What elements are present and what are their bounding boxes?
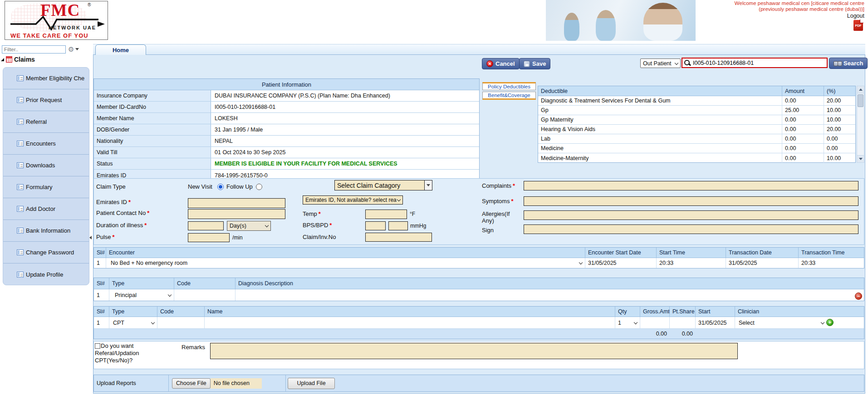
scroll-up-button[interactable] bbox=[857, 86, 864, 93]
save-button[interactable]: Save bbox=[519, 58, 550, 69]
tab-policy-deductibles[interactable]: Policy Deductibles bbox=[482, 82, 536, 90]
upload-reports-label: Upload Reports bbox=[97, 380, 136, 386]
emirates-id-field[interactable] bbox=[188, 198, 285, 208]
sidebar-item-downloads[interactable]: Downloads bbox=[3, 155, 89, 176]
table-row: Insurance CompanyDUBAI INSURANCE COMPANY… bbox=[94, 90, 479, 102]
tab-strip bbox=[93, 44, 865, 55]
cpt-type-select[interactable]: CPT bbox=[112, 320, 154, 326]
symptoms-label: Symptoms* bbox=[482, 198, 513, 205]
welcome-line-2: (previously peshawar medical centre (dub… bbox=[674, 6, 864, 12]
choose-file-button[interactable]: Choose File bbox=[172, 378, 211, 389]
claim-inv-field[interactable] bbox=[365, 233, 432, 242]
chevron-down-icon bbox=[634, 320, 638, 324]
follow-up-radio[interactable] bbox=[256, 184, 262, 190]
table-row: DOB/Gender31 Jan 1995 / Male bbox=[94, 124, 479, 136]
sidebar-item-formulary[interactable]: Formulary bbox=[3, 176, 89, 198]
sidebar-root-label: Claims bbox=[14, 56, 35, 63]
pulse-label: Pulse* bbox=[96, 234, 115, 240]
referral-updation-option: Do you want Referal/Updation CPT(Yes/No)… bbox=[95, 342, 150, 364]
transaction-time: 20:33 bbox=[799, 258, 864, 268]
remarks-textarea[interactable] bbox=[210, 343, 738, 359]
sign-field[interactable] bbox=[524, 224, 858, 234]
table-row: 1 Principal bbox=[94, 289, 864, 301]
sidebar-filter-input[interactable] bbox=[2, 45, 66, 54]
cpt-qty-select[interactable]: 1 bbox=[618, 320, 637, 326]
deductible-scrollbar[interactable] bbox=[857, 86, 864, 163]
sidebar-item-member-eligibility[interactable]: Member Eligibility Che bbox=[3, 68, 89, 89]
patient-info-title: Patient Information bbox=[94, 79, 479, 90]
table-row: StatusMEMBER IS ELIGIBLE IN YOUR FACILIT… bbox=[94, 158, 479, 170]
document-icon bbox=[17, 249, 24, 255]
emirates-id-reason-select[interactable]: Emirates ID, Not available? select rea bbox=[303, 195, 403, 205]
sidebar-item-prior-request[interactable]: Prior Request bbox=[3, 89, 89, 111]
page: FMC ® NETWORK UAE WE TAKE CARE OF YOU We… bbox=[0, 0, 868, 395]
referral-checkbox[interactable] bbox=[95, 343, 100, 349]
bps-field[interactable] bbox=[365, 221, 386, 230]
binoculars-icon bbox=[834, 61, 841, 66]
cpt-ptshare-cell[interactable] bbox=[670, 317, 696, 328]
bpd-field[interactable] bbox=[388, 221, 408, 230]
claim-category-select[interactable]: Select Claim Catagory bbox=[334, 180, 432, 190]
sidebar-root-claims[interactable]: Claims bbox=[1, 55, 35, 63]
claim-inv-label: Claim/Inv.No bbox=[303, 234, 336, 240]
complaints-field[interactable] bbox=[524, 181, 858, 190]
chevron-down-icon bbox=[675, 61, 678, 64]
sidebar-item-update-profile[interactable]: Update Profile bbox=[3, 263, 89, 285]
patient-type-select[interactable]: Out Patient bbox=[640, 59, 681, 68]
encounter-table: Sl# Encounter Encounter Start Date Start… bbox=[93, 247, 864, 268]
encounter-select[interactable]: No Bed + No emergency room bbox=[109, 260, 582, 266]
table-row: Lab0.000.00 bbox=[538, 134, 855, 144]
fmc-logo: FMC ® NETWORK UAE WE TAKE CARE OF YOU bbox=[5, 1, 108, 40]
pulse-field[interactable] bbox=[188, 233, 230, 242]
sidebar-settings-button[interactable]: ⚙ bbox=[68, 45, 86, 54]
table-row: Gp25.0010.00 bbox=[538, 106, 855, 115]
search-button[interactable]: Search bbox=[829, 58, 868, 69]
document-icon bbox=[17, 206, 24, 212]
table-row: Member ID-CardNoI005-010-120916688-01 bbox=[94, 102, 479, 113]
follow-up-label: Follow Up bbox=[226, 183, 253, 190]
duration-field[interactable] bbox=[188, 221, 224, 230]
duration-unit-select[interactable]: Day(s) bbox=[227, 221, 271, 231]
sidebar-item-encounters[interactable]: Encounters bbox=[3, 133, 89, 155]
document-icon bbox=[17, 75, 24, 81]
temp-field[interactable] bbox=[365, 210, 407, 219]
member-search-input[interactable] bbox=[692, 59, 825, 67]
chevron-down-icon bbox=[75, 48, 79, 50]
allergies-field[interactable] bbox=[524, 210, 858, 220]
patient-contact-field[interactable] bbox=[188, 209, 285, 219]
table-row: Valid Till01 Oct 2024 to 30 Sep 2025 bbox=[94, 147, 479, 158]
document-icon bbox=[17, 141, 24, 146]
symptoms-field[interactable] bbox=[524, 196, 858, 206]
tab-home[interactable]: Home bbox=[95, 44, 146, 55]
new-visit-radio[interactable] bbox=[217, 184, 224, 190]
chevron-down-icon bbox=[579, 261, 583, 264]
logout-link[interactable]: Logout bbox=[847, 13, 864, 19]
clinician-select[interactable]: Select bbox=[738, 320, 824, 326]
sidebar-item-bank-information[interactable]: Bank Information bbox=[3, 220, 89, 242]
sidebar-item-add-doctor[interactable]: Add Doctor bbox=[3, 198, 89, 220]
tab-benefit-coverage[interactable]: Benefit&Coverage bbox=[482, 92, 536, 100]
cpt-name-cell[interactable] bbox=[205, 317, 615, 328]
duration-label: Duration of illness* bbox=[96, 222, 147, 229]
sign-label: Sign bbox=[482, 227, 494, 234]
search-icon bbox=[684, 59, 691, 66]
diagnosis-code-cell[interactable] bbox=[174, 289, 235, 301]
save-icon bbox=[524, 61, 530, 67]
sidebar-item-change-password[interactable]: Change Password bbox=[3, 242, 89, 263]
diagnosis-description-cell[interactable] bbox=[235, 289, 864, 301]
scrollbar-thumb[interactable] bbox=[858, 94, 863, 107]
triangle-down-icon bbox=[859, 158, 863, 160]
sidebar-collapse-icon[interactable] bbox=[89, 236, 92, 239]
cancel-button[interactable]: ✕ Cancel bbox=[482, 58, 520, 69]
remove-diagnosis-button[interactable]: − bbox=[855, 293, 862, 300]
scroll-down-button[interactable] bbox=[857, 155, 864, 162]
diagnosis-type-select[interactable]: Principal bbox=[112, 292, 171, 298]
document-icon bbox=[17, 119, 24, 125]
table-row: Medicine-Maternity0.0010.00 bbox=[538, 153, 855, 163]
cpt-code-cell[interactable] bbox=[157, 317, 205, 328]
sidebar-item-referral[interactable]: Referral bbox=[3, 111, 89, 133]
pdf-export-icon[interactable]: PDF bbox=[853, 20, 863, 31]
cpt-gross-cell[interactable] bbox=[640, 317, 670, 328]
add-cpt-button[interactable]: + bbox=[826, 319, 834, 326]
upload-file-button[interactable]: Upload File bbox=[288, 378, 335, 389]
